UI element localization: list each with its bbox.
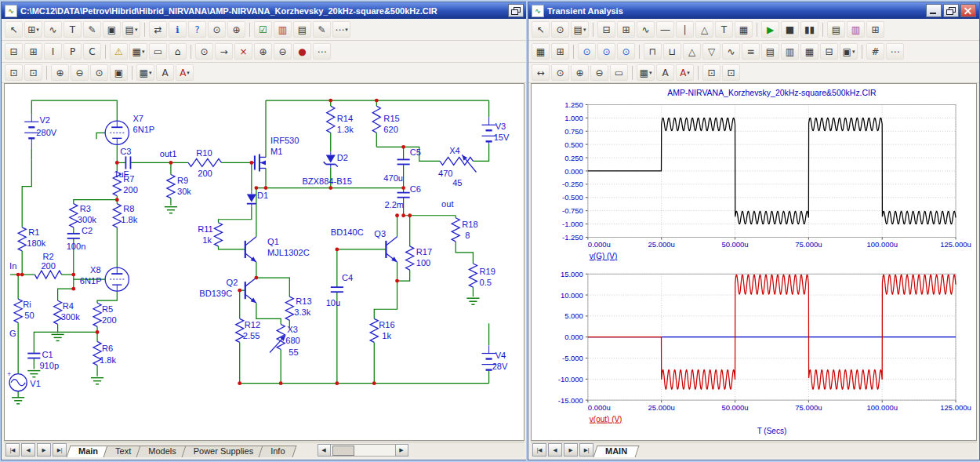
grid-settings-icon[interactable]: ▦▾: [637, 64, 655, 81]
help-icon[interactable]: ?: [188, 21, 206, 38]
overflow-icon[interactable]: ⋯: [313, 43, 331, 60]
add-part-icon[interactable]: ⊕: [254, 43, 272, 60]
restore-button[interactable]: [943, 4, 959, 17]
part-browser-icon[interactable]: ▤▾: [122, 21, 140, 38]
overlay-icon[interactable]: ≡: [742, 43, 760, 60]
scroll-right-button[interactable]: ▶: [395, 444, 408, 457]
magnify-icon[interactable]: ⊙: [551, 64, 569, 81]
copy-page-icon[interactable]: ⊡: [5, 64, 23, 81]
text-mode-icon[interactable]: T: [64, 21, 82, 38]
horizontal-scale-icon[interactable]: ▤: [761, 43, 779, 60]
picture-icon[interactable]: ▣: [103, 21, 121, 38]
copy-selection-icon[interactable]: ⊡: [24, 64, 42, 81]
font-icon[interactable]: A: [156, 64, 174, 81]
snapshot-icon[interactable]: ▣: [110, 64, 128, 81]
file-icon[interactable]: ▤▾: [571, 21, 589, 38]
warning-icon[interactable]: ⚠: [110, 43, 128, 60]
node-numbers-icon[interactable]: ⊟: [5, 43, 23, 60]
cursor-mode-icon[interactable]: ⊞: [617, 21, 635, 38]
tab-scroll-first[interactable]: |◀: [5, 443, 20, 457]
scrollbar-thumb[interactable]: [332, 446, 354, 456]
flip-icon[interactable]: ⇄: [149, 21, 167, 38]
waveform-label[interactable]: v(G) (V): [590, 252, 617, 260]
transient-titlebar[interactable]: ∿ Transient Analysis: [528, 2, 979, 19]
scroll-left-button[interactable]: ◀: [318, 444, 331, 457]
copy-window-icon[interactable]: ⊡: [722, 64, 740, 81]
zoom-q2-icon[interactable]: ⊙: [597, 43, 615, 60]
data-points-icon[interactable]: ▤: [827, 21, 845, 38]
run-icon[interactable]: ▶: [761, 21, 779, 38]
text-icon[interactable]: T: [715, 21, 733, 38]
currents-icon[interactable]: I: [44, 43, 62, 60]
zoom-out-icon[interactable]: ⊖: [590, 64, 608, 81]
tokens-icon[interactable]: ▥: [847, 21, 865, 38]
slope-tag-icon[interactable]: △: [695, 21, 713, 38]
tab-scroll-first[interactable]: |◀: [532, 443, 546, 457]
restore-button[interactable]: [508, 4, 524, 17]
border-icon[interactable]: ▭: [149, 43, 167, 60]
pan-icon[interactable]: ⊙: [551, 21, 569, 38]
tile-windows-icon[interactable]: ▦: [532, 43, 550, 60]
info-icon[interactable]: ℹ: [169, 21, 187, 38]
smooth-icon[interactable]: ∿: [722, 43, 740, 60]
record-icon[interactable]: ●: [293, 43, 311, 60]
conditions-icon[interactable]: C: [83, 43, 101, 60]
tab-models[interactable]: Models: [138, 446, 186, 457]
zoom-q3-icon[interactable]: ⊙: [617, 43, 635, 60]
wire-mode-icon[interactable]: ∿: [44, 21, 62, 38]
horizontal-tag-icon[interactable]: ―: [656, 21, 674, 38]
auto-scale-icon[interactable]: ▦: [800, 43, 818, 60]
point-tag-icon[interactable]: ∿: [637, 21, 655, 38]
normalize-icon[interactable]: ⊟: [820, 43, 838, 60]
find-next-icon[interactable]: →: [215, 43, 233, 60]
valley-icon[interactable]: ▽: [702, 43, 720, 60]
clear-icon[interactable]: ×: [234, 43, 252, 60]
edit-icon[interactable]: ✎: [313, 21, 331, 38]
close-button[interactable]: [960, 4, 976, 17]
power-icon[interactable]: P: [64, 43, 82, 60]
overflow-icon[interactable]: ⋯: [886, 43, 904, 60]
model-icon[interactable]: ▥: [274, 21, 292, 38]
tab-scroll-prev[interactable]: ◀: [21, 443, 35, 457]
horizontal-scrollbar[interactable]: ◀ ▶: [318, 444, 408, 457]
copy-graph-icon[interactable]: ⊡: [702, 64, 720, 81]
rules-check-icon[interactable]: ☑: [254, 21, 272, 38]
schematic-canvas[interactable]: +V2280VX76N1PC31uFout1R10200IRF530M1R141…: [4, 83, 524, 441]
peak-icon[interactable]: △: [683, 43, 701, 60]
more-icon[interactable]: ⋯▾: [332, 21, 350, 38]
graphics-mode-icon[interactable]: ✎: [83, 21, 101, 38]
zoom-q1-icon[interactable]: ⊙: [578, 43, 596, 60]
palette-icon[interactable]: ▣▾: [840, 43, 858, 60]
point-probe-icon[interactable]: ⊙: [208, 21, 226, 38]
region-select-icon[interactable]: ⊕: [227, 21, 245, 38]
tab-power-supplies[interactable]: Power Supplies: [183, 446, 263, 457]
font-icon[interactable]: A: [656, 64, 674, 81]
schematic-titlebar[interactable]: ∿ C:\MC12\DATA\Petrov\Hibrid\Hibrid_NIRV…: [2, 2, 527, 19]
cascade-windows-icon[interactable]: ⊞: [551, 43, 569, 60]
panel-icon[interactable]: ⊞: [866, 21, 884, 38]
invert-wave-icon[interactable]: ⊔: [663, 43, 681, 60]
grid-icon[interactable]: ▦▾: [129, 43, 147, 60]
tab-main[interactable]: Main: [68, 446, 108, 457]
component-mode-icon[interactable]: ⊞▾: [24, 21, 42, 38]
tab-info[interactable]: Info: [260, 446, 295, 457]
properties-icon[interactable]: ▦: [735, 21, 753, 38]
zoom-window-icon[interactable]: ⊙: [90, 64, 108, 81]
zoom-in-icon[interactable]: ⊕: [51, 64, 69, 81]
vertical-scale-icon[interactable]: ▥: [781, 43, 799, 60]
scrollbar-track[interactable]: [331, 444, 395, 457]
waveform-label[interactable]: v(out) (V): [590, 414, 622, 423]
tab-main[interactable]: MAIN: [595, 446, 637, 457]
pan-horizontal-icon[interactable]: ↔: [532, 64, 550, 81]
document-icon[interactable]: ▤: [293, 21, 311, 38]
remove-part-icon[interactable]: ⊖: [274, 43, 292, 60]
tab-scroll-last[interactable]: ▶|: [53, 443, 67, 457]
zoom-in-icon[interactable]: ⊕: [571, 64, 589, 81]
tab-scroll-next[interactable]: ▶: [37, 443, 51, 457]
tab-scroll-prev[interactable]: ◀: [548, 443, 562, 457]
color-icon[interactable]: A▾: [676, 64, 694, 81]
stop-icon[interactable]: ■: [781, 21, 799, 38]
minimize-button[interactable]: [926, 4, 942, 17]
tab-scroll-next[interactable]: ▶: [564, 443, 578, 457]
plot-panel[interactable]: AMP-NIRVANA_Korzhevsky_20kHz-square&500k…: [531, 83, 977, 441]
